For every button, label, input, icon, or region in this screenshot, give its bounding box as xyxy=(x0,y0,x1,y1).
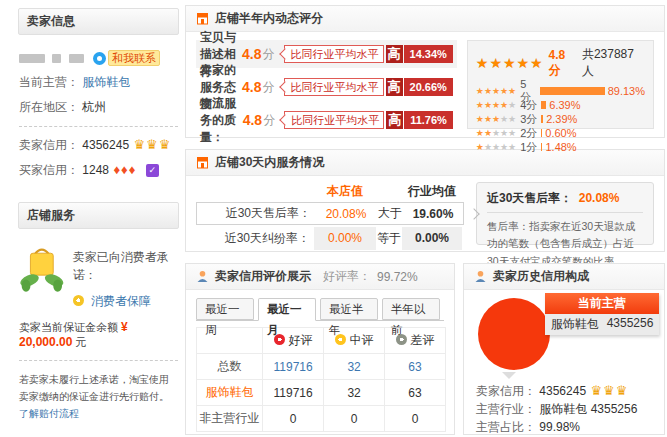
seller-name-row: 和我联系 xyxy=(19,50,178,66)
callout-credit-value: 4355256 xyxy=(607,316,654,333)
service-row-dispute: 近30天纠纷率： 0.00% 等于 0.00% xyxy=(196,227,464,250)
industry-compare-bubble: 比同行业平均水平 高 14.34% xyxy=(284,45,453,63)
pie-pointer xyxy=(502,372,516,379)
crown-icon: ♛ xyxy=(603,383,615,398)
shop-service-section: 店铺服务 卖家已向消费者承诺： 消费者 xyxy=(18,202,179,424)
pie-slice-main-category xyxy=(478,298,550,370)
consumer-guarantee-link[interactable]: 消费者保障 xyxy=(91,294,151,308)
history-stats: 卖家信用： 4356245 ♛♛♛ 主营行业： 服饰鞋包 4355256 主营占… xyxy=(476,382,652,436)
main-content: 店铺半年内动态评分 宝贝与描述相符： 4.8 分 比同行业平均水平 高 14.3… xyxy=(185,5,665,435)
censored-name-block xyxy=(69,54,84,63)
seller-info-title: 卖家信息 xyxy=(18,8,179,35)
tab-last-week[interactable]: 最近一周 xyxy=(196,298,254,320)
star-rating: ★★★★★ xyxy=(476,142,516,152)
diamond-icon: ♦ xyxy=(121,162,128,177)
industry-compare-bubble: 比同行业平均水平 高 11.76% xyxy=(284,111,453,129)
crown-icon: ♛ xyxy=(616,383,628,398)
credit-row-main-category: 服饰鞋包 119716 32 63 xyxy=(197,380,446,406)
page: 卖家信息 和我联系 当前主营： 服饰鞋包 所在地区： 杭 xyxy=(0,0,667,437)
credit-evaluation-panel: 卖家信用评价展示 好评率： 99.72% 最近一周 最近一月 最近半年 半年以前… xyxy=(185,263,455,435)
contact-seller-badge[interactable]: 和我联系 xyxy=(93,50,160,66)
rating-distribution-row: ★★★★★ 4分 6.39% xyxy=(476,98,645,112)
main-category-link[interactable]: 服饰鞋包 xyxy=(82,75,130,89)
rating-distribution-row: ★★★★★ 5分 89.13% xyxy=(476,84,645,98)
positive-rate-value: 99.72% xyxy=(377,270,418,284)
credit-history-panel: 卖家历史信用构成 当前主营 服饰鞋包 4355256 xyxy=(463,263,665,435)
rating-distribution-row: ★★★★★ 3分 2.39% xyxy=(476,112,645,126)
service-table-header: 本店值 行业均值 xyxy=(196,182,464,200)
person-icon xyxy=(196,270,209,283)
callout-title: 当前主营 xyxy=(545,293,659,314)
neutral-review-icon xyxy=(335,334,346,345)
shop-icon xyxy=(196,156,209,169)
shop-icon xyxy=(196,12,209,25)
rating-row: 物流服务的质量： 4.8 分 比同行业平均水平 高 11.76% xyxy=(196,106,457,134)
overall-star-rating: ★★★★★★★★★★ xyxy=(476,56,544,71)
distribution-bar xyxy=(541,101,546,109)
dynamic-rating-panel: 店铺半年内动态评分 宝贝与描述相符： 4.8 分 比同行业平均水平 高 14.3… xyxy=(185,5,665,138)
history-main-industry: 主营行业： 服饰鞋包 4355256 xyxy=(476,400,652,418)
deposit-row: 卖家当前保证金余额 ¥ 20,000.00 元 xyxy=(19,320,178,350)
credit-table-header: 好评 中评 差评 xyxy=(197,328,446,354)
rating-distribution-box: ★★★★★★★★★★ 4.8分 共237887人 ★★★★★ 5分 89.13%… xyxy=(467,40,654,129)
compensation-process-link[interactable]: 了解赔付流程 xyxy=(19,408,79,419)
divider xyxy=(19,360,178,361)
tab-last-half-year[interactable]: 最近半年 xyxy=(320,298,378,320)
panel-title: 卖家信用评价展示 xyxy=(215,268,311,285)
crown-icon: ♛ xyxy=(133,137,145,152)
censored-name-block xyxy=(19,54,45,63)
star-rating: ★★★★★ xyxy=(476,100,516,110)
crown-icon: ♛ xyxy=(590,383,602,398)
censored-name-block xyxy=(52,54,61,63)
credit-pie-chart: 当前主营 服饰鞋包 4355256 xyxy=(464,290,664,378)
service-table: 本店值 行业均值 近30天售后率： 20.08% 大于 19.60% 近30天纠… xyxy=(196,182,464,245)
crown-icon: ♛ xyxy=(146,137,158,152)
main-category-row: 当前主营： 服饰鞋包 xyxy=(19,74,178,91)
rating-distribution-row: ★★★★★ 2分 0.60% xyxy=(476,126,645,140)
diamond-icon: ♦ xyxy=(129,162,136,177)
star-rating: ★★★★★ xyxy=(476,114,516,124)
panel-title: 卖家历史信用构成 xyxy=(493,268,589,285)
pie-callout: 当前主营 服饰鞋包 4355256 xyxy=(545,293,659,335)
tab-before-half-year[interactable]: 半年以前 xyxy=(382,298,440,320)
diamond-icon: ♦ xyxy=(113,162,120,177)
industry-compare-bubble: 比同行业平均水平 高 20.66% xyxy=(284,78,453,96)
distribution-bar xyxy=(540,87,605,95)
service-30d-panel: 店铺30天内服务情况 本店值 行业均值 近30天售后率： 20.08% 大于 1… xyxy=(185,149,665,252)
divider xyxy=(487,212,643,213)
divider xyxy=(19,126,178,127)
promise-text: 卖家已向消费者承诺： xyxy=(73,242,178,284)
rating-distribution-row: ★★★★★ 1分 1.48% xyxy=(476,140,645,154)
panel-title: 店铺半年内动态评分 xyxy=(215,10,323,27)
compensation-note: 若卖家未履行上述承诺，淘宝使用卖家缴纳的保证金进行先行赔付。 了解赔付流程 xyxy=(19,371,178,422)
history-seller-credit: 卖家信用： 4356245 ♛♛♛ xyxy=(476,382,652,400)
star-rating: ★★★★★ xyxy=(476,128,516,138)
guarantee-flower-icon xyxy=(73,295,84,306)
consumer-guarantee-icon xyxy=(19,242,65,296)
history-main-ratio: 主营占比： 99.98% xyxy=(476,418,652,436)
credit-row-total: 总数 119716 32 63 xyxy=(197,354,446,380)
shop-service-title: 店铺服务 xyxy=(18,202,179,229)
callout-category: 服饰鞋包 xyxy=(551,316,599,333)
star-rating: ★★★★★ xyxy=(476,86,516,96)
wangwang-icon xyxy=(93,52,106,65)
person-icon xyxy=(474,270,487,283)
tab-last-month[interactable]: 最近一月 xyxy=(258,298,316,321)
time-range-tabs: 最近一周 最近一月 最近半年 半年以前 xyxy=(196,298,444,321)
good-review-icon xyxy=(274,334,285,345)
rating-summary: ★★★★★★★★★★ 4.8分 共237887人 xyxy=(476,46,645,80)
vip-badge-icon: ✓ xyxy=(146,164,159,177)
distribution-bar xyxy=(541,129,542,137)
buyer-credit-row: 买家信用： 1248 ♦♦♦ ✓ xyxy=(19,162,178,179)
crown-icon: ♛ xyxy=(159,137,171,152)
service-row-aftersale: 近30天售后率： 20.08% 大于 19.60% xyxy=(196,202,464,225)
distribution-bar xyxy=(541,143,542,151)
rating-rows: 宝贝与描述相符： 4.8 分 比同行业平均水平 高 14.34% 卖家的服务态度… xyxy=(196,40,457,129)
aftersale-detail-box: 近30天售后率： 20.08% 售后率：指卖家在近30天退款成功的笔数（包含售后… xyxy=(476,182,654,245)
sidebar: 卖家信息 和我联系 当前主营： 服饰鞋包 所在地区： 杭 xyxy=(18,8,179,437)
seller-info-section: 卖家信息 和我联系 当前主营： 服饰鞋包 所在地区： 杭 xyxy=(18,8,179,189)
distribution-bar xyxy=(541,115,543,123)
credit-table: 好评 中评 差评 总数 119716 32 63 服饰鞋包 119716 32 xyxy=(196,327,446,432)
bad-review-icon xyxy=(396,334,407,345)
seller-credit-row: 卖家信用： 4356245 ♛♛♛ xyxy=(19,137,178,154)
